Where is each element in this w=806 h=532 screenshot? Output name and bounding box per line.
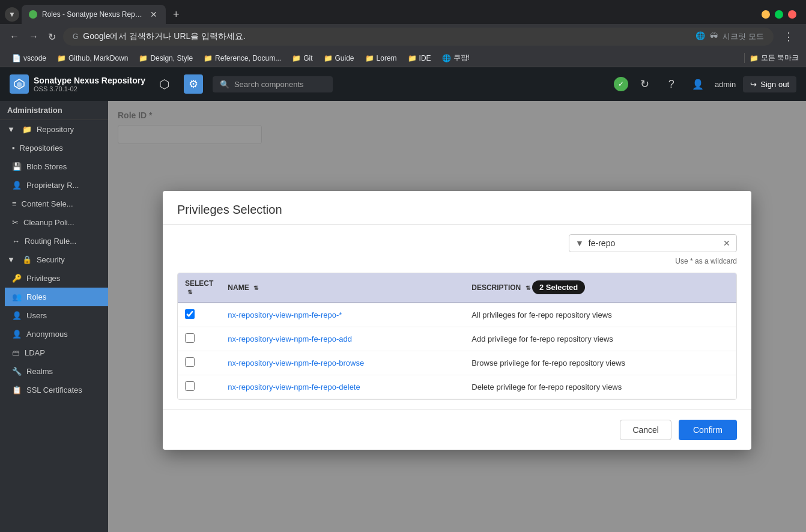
active-tab[interactable]: Roles - Sonatype Nexus Repo... ✕ [22,5,166,24]
refresh-button[interactable]: ↻ [46,29,58,45]
tab-favicon [29,10,37,19]
sidebar-item-ldap[interactable]: 🗃 LDAP [5,343,108,362]
table-scroll[interactable]: SELECT ⇅ NAME ⇅ [178,273,736,399]
sidebar-label-privileges: Privileges [26,274,60,283]
ldap-icon: 🗃 [12,348,20,357]
table-row: nx-repository-view-npm-fe-repo-browse Br… [178,351,736,375]
window-controls [762,10,801,19]
sidebar-item-content[interactable]: ≡ Content Sele... [5,195,108,213]
close-button[interactable] [788,10,796,19]
sidebar-item-proprietary[interactable]: 👤 Proprietary R... [5,176,108,195]
sidebar-item-users[interactable]: 👤 Users [5,306,108,325]
sign-out-label: Sign out [760,80,789,89]
bookmark-folder-icon-5: 📁 [324,54,333,62]
table-container: SELECT ⇅ NAME ⇅ [177,273,737,400]
logo-version: OSS 3.70.1-02 [34,85,145,92]
address-text: Google에서 검색하거나 URL을 입력하세요. [83,31,691,42]
row-checkbox-4[interactable] [185,381,195,391]
row-checkbox-1[interactable] [185,309,195,319]
sidebar-label-proprietary: Proprietary R... [26,181,79,190]
name-cell-2[interactable]: nx-repository-view-npm-fe-repo-add [220,327,464,351]
checkbox-cell-3[interactable] [178,351,220,375]
sidebar-item-routing[interactable]: ↔ Routing Rule... [5,232,108,250]
svg-marker-1 [17,82,22,88]
bookmark-lorem[interactable]: 📁 Lorem [360,53,402,64]
checkbox-cell-4[interactable] [178,375,220,399]
filter-input[interactable] [589,238,718,248]
address-bar[interactable]: G Google에서 검색하거나 URL을 입력하세요. 🌐 🕶 시크릿 모드 [63,28,774,46]
sidebar-label-repositories: Repositories [20,144,63,153]
modal-overlay: Privileges Selection ▼ ✕ Use * as a [108,101,806,532]
bookmark-design[interactable]: 📁 Design, Style [134,53,198,64]
content-area: Role ID * Privileges Selection ▼ [108,101,806,532]
sidebar-item-ssl[interactable]: 📋 SSL Certificates [5,381,108,399]
refresh-button[interactable]: ↻ [635,74,655,94]
forward-button[interactable]: → [26,29,41,44]
checkbox-cell-1[interactable] [178,303,220,327]
repository-group: ▪ Repositories 💾 Blob Stores 👤 Proprieta… [0,139,108,250]
search-bar[interactable]: 🔍 Search components [213,76,333,92]
maximize-button[interactable] [775,10,783,19]
select-sort-icon: ⇅ [187,289,192,295]
back-button[interactable]: ← [7,29,22,44]
sidebar-item-repository[interactable]: ▼ 📁 Repository [0,120,108,139]
sidebar-label-security: Security [37,255,65,264]
tab-switcher-button[interactable]: ▼ [5,7,19,22]
all-bookmarks[interactable]: 📁 모든 북마크 [744,53,799,63]
name-cell-1[interactable]: nx-repository-view-npm-fe-repo-* [220,303,464,327]
sidebar-item-anonymous[interactable]: 👤 Anonymous [5,325,108,343]
name-cell-4[interactable]: nx-repository-view-npm-fe-repo-delete [220,375,464,399]
bookmark-git[interactable]: 📁 Git [287,53,317,64]
table-row: nx-repository-view-npm-fe-repo-* All pri… [178,303,736,327]
sidebar: Administration ▼ 📁 Repository ▪ Reposito… [0,101,108,532]
description-column-header[interactable]: DESCRIPTION ⇅ 2 Selected [464,273,736,303]
sign-out-button[interactable]: ↪ Sign out [743,76,796,92]
sidebar-item-cleanup[interactable]: ✂ Cleanup Poli... [5,213,108,232]
bookmark-folder-icon-6: 📁 [365,54,374,62]
privileges-dialog: Privileges Selection ▼ ✕ Use * as a [163,191,751,450]
sidebar-item-blob-stores[interactable]: 💾 Blob Stores [5,157,108,176]
sidebar-label-ldap: LDAP [25,348,45,357]
sidebar-item-repositories[interactable]: ▪ Repositories [5,139,108,157]
cancel-button[interactable]: Cancel [620,420,671,440]
help-button[interactable]: ? [662,74,681,94]
dialog-header: Privileges Selection [163,191,751,225]
bookmark-reference[interactable]: 📁 Reference, Docum... [199,53,286,64]
name-column-header[interactable]: NAME ⇅ [220,273,464,303]
user-avatar[interactable]: 👤 [688,74,708,94]
row-checkbox-2[interactable] [185,333,195,343]
new-tab-button[interactable]: + [168,6,184,23]
tab-title: Roles - Sonatype Nexus Repo... [42,10,144,19]
sign-out-icon: ↪ [750,80,757,89]
name-cell-3[interactable]: nx-repository-view-npm-fe-repo-browse [220,351,464,375]
description-cell-1: All privileges for fe-repo repository vi… [464,303,736,327]
logo-icon [10,74,29,94]
components-nav-button[interactable]: ⬡ [155,74,174,94]
sidebar-item-privileges[interactable]: 🔑 Privileges [5,269,108,288]
search-icon: 🔍 [220,80,229,89]
checkbox-cell-2[interactable] [178,327,220,351]
bookmark-github[interactable]: 📁 Github, MarkDown [52,53,133,64]
bookmark-coupang[interactable]: 🌐 쿠팡! [437,52,474,64]
row-checkbox-3[interactable] [185,357,195,367]
search-placeholder: Search components [234,80,304,89]
sidebar-item-security[interactable]: ▼ 🔒 Security [0,250,108,269]
bookmark-guide[interactable]: 📁 Guide [319,53,359,64]
filter-clear-button[interactable]: ✕ [723,238,730,248]
bookmark-vscode[interactable]: 📄 vscode [7,53,51,64]
bookmark-folder-icon-7: 📁 [408,54,417,62]
sidebar-item-roles[interactable]: 👥 Roles [5,288,108,306]
filter-box[interactable]: ▼ ✕ [569,234,737,252]
app-header: Sonatype Nexus Repository OSS 3.70.1-02 … [0,67,806,101]
tab-close-button[interactable]: ✕ [149,8,159,20]
confirm-button[interactable]: Confirm [679,420,737,440]
sidebar-label-routing: Routing Rule... [25,237,76,246]
admin-username: admin [715,80,736,89]
admin-settings-button[interactable]: ⚙ [184,74,203,94]
dialog-body: ▼ ✕ Use * as a wildcard [163,225,751,410]
sidebar-item-realms[interactable]: 🔧 Realms [5,362,108,381]
bookmark-ide[interactable]: 📁 IDE [403,53,436,64]
minimize-button[interactable] [762,10,770,19]
browser-menu-button[interactable]: ⋮ [778,28,799,46]
select-column-header[interactable]: SELECT ⇅ [178,273,220,303]
